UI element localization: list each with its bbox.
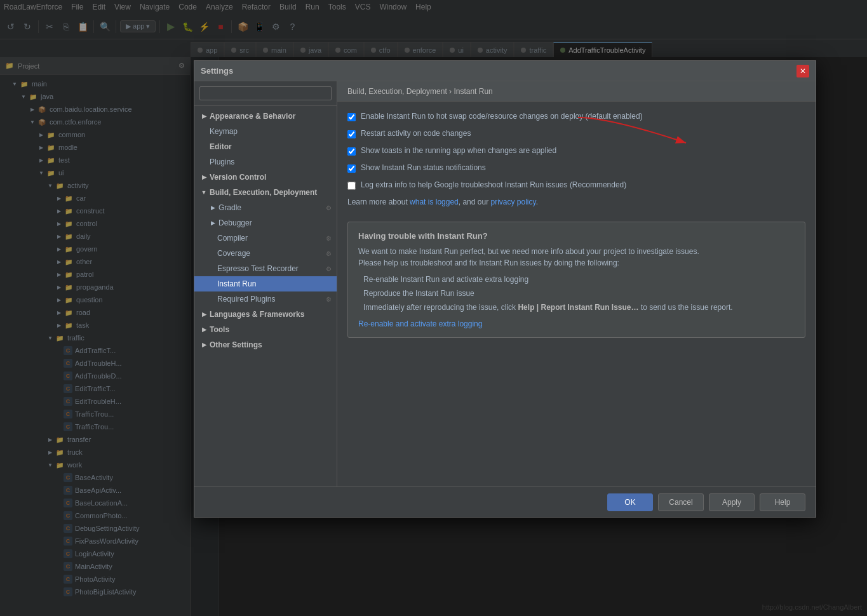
nav-label-build: Build, Execution, Deployment: [210, 188, 317, 197]
nav-item-instant-run[interactable]: Instant Run: [194, 276, 337, 291]
learn-more-link1[interactable]: what is logged: [410, 198, 459, 206]
settings-dialog: Settings ✕ ▶ Appearance & Behavior Keyma…: [194, 60, 816, 518]
nav-label-espresso: Espresso Test Recorder: [217, 264, 299, 273]
help-button[interactable]: Help: [760, 493, 805, 511]
learn-more-suffix: .: [536, 198, 538, 206]
dialog-footer: OK Cancel Apply Help: [194, 486, 816, 517]
nav-arrow-tools: ▶: [199, 326, 208, 333]
learn-more-prefix: Learn more about: [347, 198, 410, 206]
nav-arrow-build: ▼: [199, 189, 208, 196]
coverage-gear-icon: ⚙: [326, 250, 332, 257]
nav-arrow-other-settings: ▶: [199, 342, 208, 348]
checkbox-log-extra[interactable]: [347, 182, 356, 190]
nav-label-gradle: Gradle: [218, 203, 241, 212]
option-show-toasts: Show toasts in the running app when chan…: [347, 146, 805, 156]
content-body: Enable Instant Run to hot swap code/reso…: [337, 102, 816, 486]
nav-label-instant-run: Instant Run: [217, 279, 256, 288]
option-enable-instant-run: Enable Instant Run to hot swap code/reso…: [347, 112, 805, 121]
nav-item-other-settings[interactable]: ▶ Other Settings: [194, 337, 337, 352]
nav-item-compiler[interactable]: Compiler ⚙: [194, 231, 337, 246]
learn-more-middle: , and our: [459, 198, 491, 206]
label-log-extra[interactable]: Log extra info to help Google troublesho…: [361, 180, 626, 189]
checkbox-show-status[interactable]: [347, 164, 356, 173]
breadcrumb-text: Build, Execution, Deployment › Instant R…: [347, 87, 493, 96]
nav-label-appearance: Appearance & Behavior: [210, 112, 295, 121]
nav-label-other-settings: Other Settings: [210, 340, 262, 349]
nav-arrow-version-control: ▶: [199, 174, 208, 180]
nav-arrow-debugger: ▶: [208, 220, 217, 226]
nav-label-version-control: Version Control: [210, 173, 266, 182]
settings-nav: ▶ Appearance & Behavior Keymap Editor Pl…: [194, 81, 337, 486]
ok-button[interactable]: OK: [607, 493, 653, 511]
nav-arrow-appearance: ▶: [199, 113, 208, 119]
content-breadcrumb: Build, Execution, Deployment › Instant R…: [337, 81, 816, 102]
nav-label-editor: Editor: [210, 142, 232, 151]
nav-label-coverage: Coverage: [217, 249, 250, 258]
settings-search-area: [194, 81, 337, 106]
nav-label-tools: Tools: [210, 325, 229, 334]
checkbox-show-toasts[interactable]: [347, 147, 356, 156]
settings-search-input[interactable]: [199, 86, 332, 100]
nav-label-compiler: Compiler: [217, 234, 248, 243]
label-show-status[interactable]: Show Instant Run status notifications: [361, 163, 486, 172]
nav-label-languages: Languages & Frameworks: [210, 310, 304, 319]
label-show-toasts[interactable]: Show toasts in the running app when chan…: [361, 146, 556, 155]
dialog-title: Settings: [201, 66, 796, 76]
nav-label-plugins: Plugins: [210, 157, 234, 166]
apply-button[interactable]: Apply: [709, 493, 755, 511]
espresso-gear-icon: ⚙: [326, 265, 332, 272]
nav-label-keymap: Keymap: [210, 127, 238, 136]
option-log-extra: Log extra info to help Google troublesho…: [347, 180, 805, 190]
cancel-button[interactable]: Cancel: [658, 493, 704, 511]
nav-item-gradle[interactable]: ▶ Gradle ⚙: [194, 200, 337, 215]
gradle-gear-icon: ⚙: [326, 204, 332, 211]
label-restart-activity[interactable]: Restart activity on code changes: [361, 129, 471, 138]
compiler-gear-icon: ⚙: [326, 235, 332, 242]
checkbox-enable-instant-run[interactable]: [347, 113, 356, 121]
trouble-step-1: Re-enable Instant Run and activate extra…: [363, 274, 795, 285]
nav-item-build[interactable]: ▼ Build, Execution, Deployment: [194, 185, 337, 200]
trouble-steps-list: Re-enable Instant Run and activate extra…: [358, 274, 795, 313]
nav-item-espresso[interactable]: Espresso Test Recorder ⚙: [194, 261, 337, 276]
learn-more-section: Learn more about what is logged, and our…: [347, 198, 805, 206]
trouble-step-3: Immediately after reproducing the issue,…: [363, 302, 795, 313]
nav-arrow-gradle: ▶: [208, 204, 217, 211]
trouble-link[interactable]: Re-enable and activate extra logging: [358, 319, 482, 328]
trouble-box: Having trouble with Instant Run? We want…: [347, 222, 805, 338]
nav-item-debugger[interactable]: ▶ Debugger: [194, 215, 337, 231]
dialog-close-button[interactable]: ✕: [796, 65, 809, 77]
nav-item-coverage[interactable]: Coverage ⚙: [194, 246, 337, 261]
nav-item-editor[interactable]: Editor: [194, 139, 337, 154]
nav-item-appearance[interactable]: ▶ Appearance & Behavior: [194, 109, 337, 124]
required-plugins-gear-icon: ⚙: [326, 296, 332, 303]
nav-item-plugins[interactable]: Plugins: [194, 154, 337, 170]
learn-more-link2[interactable]: privacy policy: [490, 198, 535, 206]
option-show-status: Show Instant Run status notifications: [347, 163, 805, 173]
trouble-intro: We want to make Instant Run perfect, but…: [358, 246, 795, 269]
settings-nav-tree: ▶ Appearance & Behavior Keymap Editor Pl…: [194, 106, 337, 486]
nav-item-required-plugins[interactable]: Required Plugins ⚙: [194, 291, 337, 307]
dialog-body: ▶ Appearance & Behavior Keymap Editor Pl…: [194, 81, 816, 486]
label-enable-instant-run[interactable]: Enable Instant Run to hot swap code/reso…: [361, 112, 643, 121]
nav-item-languages[interactable]: ▶ Languages & Frameworks: [194, 307, 337, 322]
nav-label-debugger: Debugger: [218, 218, 252, 227]
nav-item-tools[interactable]: ▶ Tools: [194, 322, 337, 337]
nav-item-keymap[interactable]: Keymap: [194, 124, 337, 139]
checkbox-restart-activity[interactable]: [347, 130, 356, 138]
option-restart-activity: Restart activity on code changes: [347, 129, 805, 138]
nav-item-version-control[interactable]: ▶ Version Control: [194, 170, 337, 185]
settings-content: Build, Execution, Deployment › Instant R…: [337, 81, 816, 486]
trouble-title: Having trouble with Instant Run?: [358, 231, 795, 241]
nav-arrow-languages: ▶: [199, 311, 208, 318]
dialog-title-bar: Settings ✕: [194, 61, 816, 81]
trouble-step-2: Reproduce the Instant Run issue: [363, 288, 795, 299]
nav-label-required-plugins: Required Plugins: [217, 295, 275, 304]
